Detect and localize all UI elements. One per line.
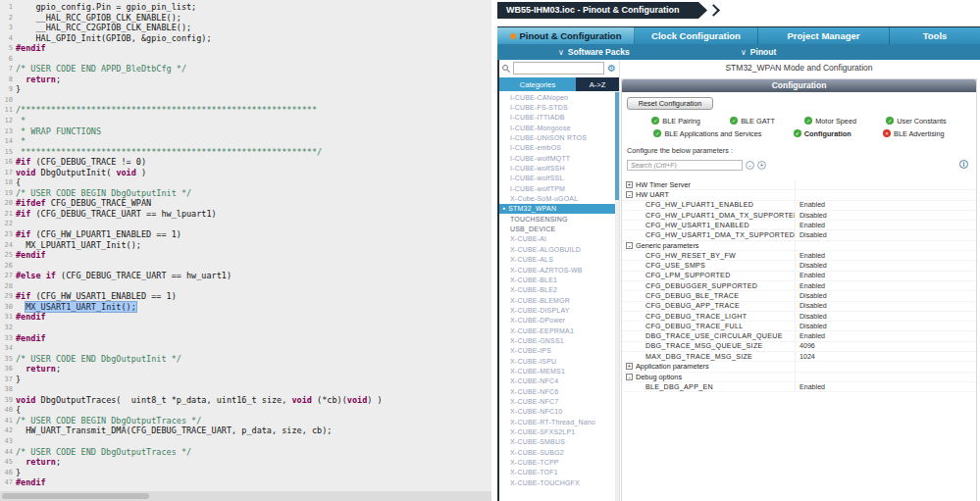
code-line[interactable]: 40{ <box>0 405 491 416</box>
param-value-cell[interactable]: Enabled <box>795 281 976 290</box>
pack-list-item-x-cube-eeprma1[interactable]: X-CUBE-EEPRMA1 <box>499 326 615 335</box>
tree-group-row[interactable]: -HW UART <box>622 190 976 200</box>
pack-list-item-i-cube-fs-stds[interactable]: I-CUBE-FS-STDS <box>499 102 615 112</box>
expander-icon[interactable]: + <box>626 363 633 370</box>
code-line[interactable]: 19/* USER CODE BEGIN DbgOutputInit */ <box>0 188 491 199</box>
pack-list-item-x-cube-tof1[interactable]: X-CUBE-TOF1 <box>499 468 615 477</box>
param-value-cell[interactable] <box>795 241 976 250</box>
param-value-cell[interactable] <box>795 362 976 371</box>
code-line[interactable]: 11/*************************************… <box>0 105 491 116</box>
code-line[interactable]: 21#if (CFG_DEBUG_TRACE_UART == hw_lpuart… <box>0 209 491 220</box>
code-line[interactable]: 24 MX_LPUART1_UART_Init(); <box>0 240 491 251</box>
pack-list-item-touchsensing[interactable]: TOUCHSENSING <box>499 214 615 224</box>
code-line[interactable]: 1 gpio_config.Pin = gpio_pin_list; <box>0 2 491 13</box>
tree-param-row[interactable]: CFG_DEBUG_TRACE_LIGHTDisabled <box>622 312 976 322</box>
param-value-cell[interactable] <box>795 190 976 199</box>
expander-icon[interactable]: + <box>626 181 633 188</box>
tree-param-row[interactable]: CFG_DEBUG_APP_TRACEDisabled <box>622 302 976 312</box>
pack-list-item-i-cube-wolfssl[interactable]: I-CUBE-wolfSSL <box>499 174 615 183</box>
code-line[interactable]: 33#endif <box>0 333 491 344</box>
code-line[interactable]: 27#else if (CFG_DEBUG_TRACE_UART == hw_u… <box>0 271 491 281</box>
config-tab-ble-advertising[interactable]: ×BLE Advertising <box>883 127 945 139</box>
tree-param-row[interactable]: MAX_DBG_TRACE_MSG_SIZE1024 <box>622 352 976 362</box>
code-line[interactable]: 34 <box>0 343 491 354</box>
packs-scrollbar[interactable] <box>615 92 619 501</box>
tree-param-row[interactable]: CFG_DEBUG_TRACE_FULLDisabled <box>622 322 976 331</box>
pack-list-item-usb-device[interactable]: USB_DEVICE <box>499 224 615 233</box>
tab-clock-configuration[interactable]: Clock Configuration <box>635 27 758 44</box>
code-line[interactable]: 28 <box>0 281 491 292</box>
packs-search-input[interactable] <box>513 62 604 75</box>
pack-list-item-x-cube-sfxs2lp1[interactable]: X-CUBE-SFXS2LP1 <box>499 426 615 436</box>
tree-param-row[interactable]: CFG_HW_USART1_ENABLEDEnabled <box>622 221 976 230</box>
code-line[interactable]: 36 return; <box>0 364 491 375</box>
pack-list-item-x-cube-ble2[interactable]: X-CUBE-BLE2 <box>499 285 615 295</box>
code-line[interactable]: 44/* USER CODE END DbgOutputTraces */ <box>0 447 491 458</box>
pack-list-item-i-cube-canopen[interactable]: I-CUBE-CANopen <box>499 92 615 102</box>
code-line[interactable]: 32 <box>0 323 491 333</box>
pack-list-item-x-cube-nfc6[interactable]: X-CUBE-NFC6 <box>499 386 615 396</box>
param-value-cell[interactable]: Enabled <box>795 382 976 391</box>
code-line[interactable]: 7/* USER CODE END APPD_BleDtbCfg */ <box>0 64 491 75</box>
config-tab-configuration[interactable]: ✓Configuration <box>794 127 851 139</box>
pack-list-item-i-cube-ittiadb[interactable]: I-CUBE-ITTIADB <box>499 113 615 123</box>
pack-list-item-i-cube-unison-rtos[interactable]: I-CUBE-UNISON RTOS <box>499 132 615 142</box>
tree-param-row[interactable]: CFG_HW_USART1_DMA_TX_SUPPORTEDDisabled <box>622 230 976 240</box>
code-line[interactable]: 37} <box>0 375 491 385</box>
param-value-cell[interactable]: Disabled <box>795 291 976 300</box>
code-line[interactable]: 23#if (CFG_HW_LPUART1_ENABLED == 1) <box>0 229 491 240</box>
pack-list-item-x-cube-mems1[interactable]: X-CUBE-MEMS1 <box>499 366 615 376</box>
tab-tools[interactable]: Tools <box>890 27 980 44</box>
code-line[interactable]: 26 <box>0 261 491 272</box>
code-line[interactable]: 4 HAL_GPIO_Init(GPIOB, &gpio_config); <box>0 33 491 44</box>
pack-list-item-x-cube-dpower[interactable]: X-CUBE-DPower <box>499 316 615 326</box>
param-value-cell[interactable]: Enabled <box>795 251 976 260</box>
config-tab-ble-applications-and-services[interactable]: ✓BLE Applications and Services <box>653 127 761 139</box>
pack-list-item-x-cube-ispu[interactable]: X-CUBE-ISPU <box>499 356 615 366</box>
param-value-cell[interactable]: Enabled <box>795 331 976 340</box>
tree-param-row[interactable]: CFG_DEBUGGER_SUPPORTEDEnabled <box>622 281 976 291</box>
param-value-cell[interactable]: Disabled <box>795 211 976 220</box>
pack-list-item-i-cube-mongoose[interactable]: I-CUBE-Mongoose <box>499 123 615 132</box>
tab-a-to-z[interactable]: A->Z <box>576 77 619 91</box>
pack-list-item-i-cube-wolftpm[interactable]: I-CUBE-wolfTPM <box>499 183 615 193</box>
tree-param-row[interactable]: CFG_HW_LPUART1_DMA_TX_SUPPORTEDDisabled <box>622 211 976 221</box>
code-line[interactable]: 29#if (CFG_HW_USART1_ENABLED == 1) <box>0 291 491 302</box>
config-tab-ble-gatt[interactable]: ✓BLE GATT <box>730 115 775 126</box>
param-value-cell[interactable]: 4096 <box>795 342 976 351</box>
code-line[interactable]: 38 <box>0 384 491 395</box>
pack-list-item-i-cube-embos[interactable]: I-CUBE-embOS <box>499 143 615 153</box>
tree-param-row[interactable]: BLE_DBG_APP_ENEnabled <box>622 382 976 392</box>
code-line[interactable]: 22 <box>0 219 491 229</box>
code-line[interactable]: 42 HW_UART_Transmit_DMA(CFG_DEBUG_TRACE_… <box>0 426 491 436</box>
packs-scrollbar-thumb[interactable] <box>615 92 619 200</box>
code-editor[interactable]: 1 gpio_config.Pin = gpio_pin_list;2 __HA… <box>0 0 491 501</box>
pack-list-item-x-cube-algobuild[interactable]: X-CUBE-ALGOBUILD <box>499 244 615 254</box>
code-line[interactable]: 2 __HAL_RCC_GPIOB_CLK_ENABLE(); <box>0 13 491 24</box>
code-line[interactable]: 25#endif <box>0 250 491 261</box>
pack-list-item-x-cube-azrtos-wb[interactable]: X-CUBE-AZRTOS-WB <box>499 265 615 275</box>
reset-configuration-button[interactable]: Reset Configuration <box>627 97 713 110</box>
code-line[interactable]: 46} <box>0 468 491 478</box>
code-line[interactable]: 39void DbgOutputTraces( uint8_t *p_data,… <box>0 395 491 406</box>
pack-list-item-x-cube-som-ugoal[interactable]: X-Cube-SoM-uGOAL <box>499 193 615 203</box>
param-value-cell[interactable] <box>795 373 976 381</box>
pack-list-item-x-cube-touchgfx[interactable]: X-CUBE-TOUCHGFX <box>499 477 615 487</box>
code-line[interactable]: 18{ <box>0 177 491 188</box>
pack-list-item-x-cube-display[interactable]: X-CUBE-DISPLAY <box>499 305 615 315</box>
code-line[interactable]: 20#ifdef CFG_DEBUG_TRACE_WPAN <box>0 198 491 209</box>
pack-list-item-x-cube-nfc4[interactable]: X-CUBE-NFC4 <box>499 376 615 386</box>
pack-list-item-x-cube-blemgr[interactable]: X-CUBE-BLEMGR <box>499 295 615 305</box>
tree-group-row[interactable]: -Debug options <box>622 373 976 382</box>
param-value-cell[interactable]: Enabled <box>795 272 976 280</box>
tab-categories[interactable]: Categories <box>499 77 576 91</box>
editor-horizontal-scrollbar-thumb[interactable] <box>2 493 149 499</box>
code-line[interactable]: 9} <box>0 84 491 95</box>
param-value-cell[interactable]: Disabled <box>795 261 976 270</box>
param-value-cell[interactable]: Disabled <box>795 230 976 239</box>
param-value-cell[interactable]: 1024 <box>795 352 976 361</box>
tree-group-row[interactable]: +Application parameters <box>622 362 976 372</box>
param-value-cell[interactable]: Enabled <box>795 221 976 229</box>
code-line[interactable]: 6 <box>0 54 491 65</box>
param-value-cell[interactable]: Enabled <box>795 201 976 210</box>
